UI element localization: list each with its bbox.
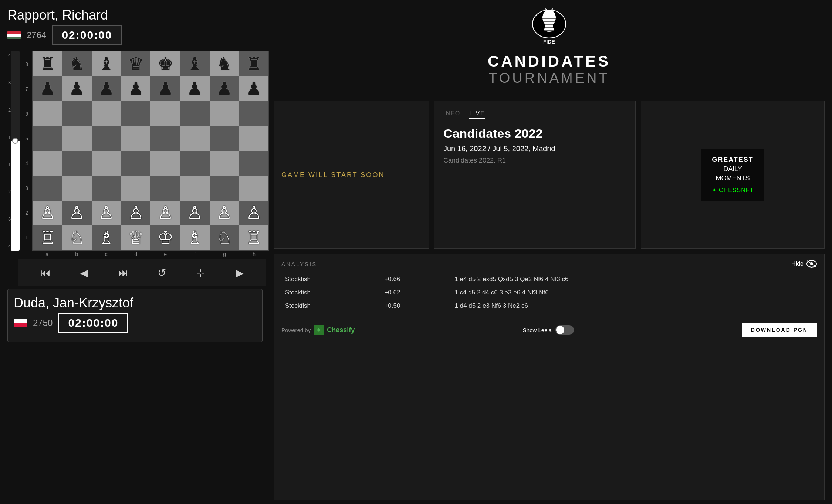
square-c2[interactable]: ♙ [92,201,121,225]
square-g2[interactable]: ♙ [210,201,239,225]
square-e7[interactable]: ♟ [150,76,180,101]
square-g3[interactable] [210,176,239,200]
square-a4[interactable] [33,151,62,176]
square-h7[interactable]: ♟ [239,76,268,101]
square-g1[interactable]: ♘ [210,225,239,250]
candidates-label: CANDIDATES [488,52,611,70]
square-b6[interactable] [62,101,92,126]
middle-row: GAME WILL START SOON INFO LIVE Candidate… [274,101,825,249]
square-g8[interactable]: ♞ [210,51,239,76]
square-g5[interactable] [210,126,239,151]
square-g7[interactable]: ♟ [210,76,239,101]
square-c7[interactable]: ♟ [92,76,121,101]
eval-label-4b: 4 [8,244,11,249]
board-controls: ⏮ ◀ ⏭ ↺ ⊹ ▶ [18,259,266,286]
square-a7[interactable]: ♟ [33,76,62,101]
piece-♕: ♕ [128,229,144,246]
square-b4[interactable] [62,151,92,176]
square-f6[interactable] [180,101,210,126]
square-c3[interactable] [92,176,121,200]
analysis-label: ANALYSIS [281,261,317,267]
square-a2[interactable]: ♙ [33,201,62,225]
piece-♙: ♙ [187,204,203,222]
square-b5[interactable] [62,126,92,151]
square-e5[interactable] [150,126,180,151]
square-e4[interactable] [150,151,180,176]
square-a3[interactable] [33,176,62,200]
square-e2[interactable]: ♙ [150,201,180,225]
square-c5[interactable] [92,126,121,151]
square-f7[interactable]: ♟ [180,76,210,101]
square-h3[interactable] [239,176,268,200]
square-e6[interactable] [150,101,180,126]
square-g6[interactable] [210,101,239,126]
square-b8[interactable]: ♞ [62,51,92,76]
bottom-player-name: Duda, Jan-Krzysztof [14,295,256,311]
square-f4[interactable] [180,151,210,176]
square-f1[interactable]: ♗ [180,225,210,250]
prev-move-button[interactable]: ◀ [76,265,92,281]
rotate-board-button[interactable]: ↺ [154,265,170,281]
square-f5[interactable] [180,126,210,151]
square-d4[interactable] [121,151,150,176]
tab-info[interactable]: INFO [443,110,460,119]
square-e8[interactable]: ♚ [150,51,180,76]
square-e3[interactable] [150,176,180,200]
square-a5[interactable] [33,126,62,151]
right-panel: FIDE CANDIDATES TOURNAMENT GAME WILL STA… [270,0,832,504]
square-d6[interactable] [121,101,150,126]
svg-point-3 [544,27,554,32]
eval-bar-fill [11,141,20,251]
square-c8[interactable]: ♝ [92,51,121,76]
first-move-button[interactable]: ⏮ [37,265,54,281]
square-b7[interactable]: ♟ [62,76,92,101]
last-move-button[interactable]: ▶ [231,265,248,281]
promo-sub: DAILY [712,165,754,173]
square-c1[interactable]: ♗ [92,225,121,250]
leela-toggle[interactable] [555,325,574,335]
square-f3[interactable] [180,176,210,200]
square-c4[interactable] [92,151,121,176]
engine-name-0: Stockfish [281,273,381,286]
piece-♟: ♟ [187,80,203,98]
board-area: 4 3 2 1 1 2 3 4 8 7 6 5 [7,51,263,258]
square-d7[interactable]: ♟ [121,76,150,101]
square-d2[interactable]: ♙ [121,201,150,225]
download-pgn-button[interactable]: DOWNLOAD PGN [742,323,817,337]
square-d3[interactable] [121,176,150,200]
square-g4[interactable] [210,151,239,176]
moves-1: 1 c4 d5 2 d4 c6 3 e3 e6 4 Nf3 Nf6 [451,286,817,299]
square-a6[interactable] [33,101,62,126]
square-c6[interactable] [92,101,121,126]
square-h4[interactable] [239,151,268,176]
cursor-mode-button[interactable]: ⊹ [193,265,209,281]
square-b1[interactable]: ♘ [62,225,92,250]
file-b: b [62,251,91,257]
square-d5[interactable] [121,126,150,151]
square-h6[interactable] [239,101,268,126]
svg-text:FIDE: FIDE [543,39,555,45]
square-h5[interactable] [239,126,268,151]
moves-0: 1 e4 d5 2 exd5 Qxd5 3 Qe2 Nf6 4 Nf3 c6 [451,273,817,286]
square-b2[interactable]: ♙ [62,201,92,225]
square-a8[interactable]: ♜ [33,51,62,76]
piece-♚: ♚ [158,55,173,73]
hide-button[interactable]: Hide [791,260,817,268]
chessboard[interactable]: ♜♞♝♛♚♝♞♜♟♟♟♟♟♟♟♟♙♙♙♙♙♙♙♙♖♘♗♕♔♗♘♖ [32,51,269,251]
square-h1[interactable]: ♖ [239,225,268,250]
square-e1[interactable]: ♔ [150,225,180,250]
square-b3[interactable] [62,176,92,200]
square-d1[interactable]: ♕ [121,225,150,250]
square-h8[interactable]: ♜ [239,51,268,76]
eval-label-3b: 3 [8,216,11,222]
piece-♛: ♛ [128,55,144,73]
square-f2[interactable]: ♙ [180,201,210,225]
tab-live[interactable]: LIVE [469,110,485,119]
square-f8[interactable]: ♝ [180,51,210,76]
bottom-player-clock: 02:00:00 [58,313,128,333]
square-d8[interactable]: ♛ [121,51,150,76]
next-variant-button[interactable]: ⏭ [115,265,131,281]
square-h2[interactable]: ♙ [239,201,268,225]
piece-♟: ♟ [69,80,85,98]
square-a1[interactable]: ♖ [33,225,62,250]
